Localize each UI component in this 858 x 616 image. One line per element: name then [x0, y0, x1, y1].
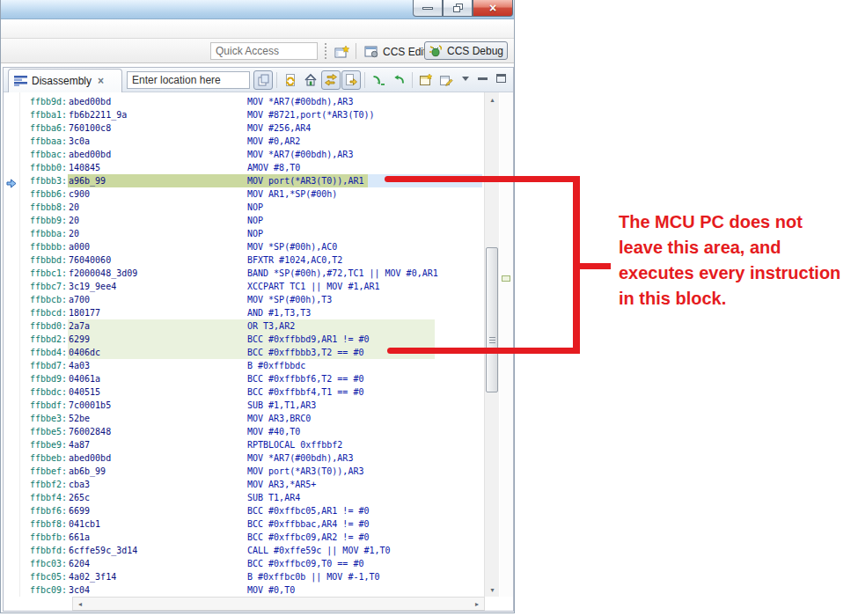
row-opcode: 265c	[69, 491, 90, 504]
row-instruction: BCC #0xffbbf4,T1 == #0	[247, 385, 363, 399]
disasm-row[interactable]: ffbbe5:76002848MOV #40,T0	[4, 425, 484, 438]
view-minimize-icon[interactable]	[478, 77, 488, 80]
disassembly-content[interactable]: ffbb9d:abed00bdMOV *AR7(#00bdh),AR3ffbba…	[4, 92, 513, 597]
row-address: ffbc09:	[30, 583, 67, 597]
row-opcode: 041cb1	[69, 517, 100, 531]
disasm-row[interactable]: ffbb9d:abed00bdMOV *AR7(#00bdh),AR3	[4, 95, 484, 108]
row-address: ffbbdc:	[30, 385, 67, 399]
ccs-debug-icon	[429, 44, 444, 57]
home-button[interactable]	[301, 70, 320, 90]
scroll-up-icon[interactable]: ▴	[485, 92, 500, 106]
disasm-row[interactable]: ffbbfb:661aBCC #0xffbc09,AR2 != #0	[4, 531, 484, 544]
scroll-right-icon[interactable]: ▸	[471, 598, 483, 610]
row-instruction: BCC #0xffbc05,AR1 != #0	[247, 504, 369, 517]
disasm-row[interactable]: ffbbd9:04061aBCC #0xffbbf6,T2 == #0	[4, 372, 484, 385]
disasm-row[interactable]: ffbba6:760100c8MOV #256,AR4	[4, 121, 484, 135]
disasm-row[interactable]: ffbbd2:6299BCC #0xffbbd9,AR1 != #0	[4, 333, 484, 346]
disasm-row[interactable]: ffbbd0:2a7aOR T3,AR2	[4, 319, 484, 333]
disasm-row[interactable]: ffbbbb:a000MOV *SP(#00h),AC0	[4, 240, 484, 253]
row-address: ffbbef:	[30, 465, 67, 478]
disasm-row[interactable]: ffbbb8:20NOP	[4, 201, 484, 214]
row-instruction: XCCPART TC1 || MOV #1,AR1	[247, 280, 380, 293]
disasm-row[interactable]: ffbc09:3c04MOV #0,T0	[4, 583, 484, 597]
tab-close-icon[interactable]: ×	[98, 75, 104, 87]
horizontal-scrollbar[interactable]: ◂ ▸	[72, 597, 485, 611]
disasm-row[interactable]: ffbbdf:7c0001b5SUB #1,T1,AR3	[4, 399, 484, 412]
location-input[interactable]	[127, 71, 250, 89]
step-into-button[interactable]	[369, 70, 388, 90]
disasm-row[interactable]: ffbbef:ab6b_99MOV port(*AR3(T0)),AR3	[4, 465, 484, 478]
view-maximize-icon[interactable]	[496, 74, 506, 83]
row-opcode: 760100c8	[69, 121, 111, 135]
minimize-button[interactable]	[413, 0, 443, 17]
overview-marker[interactable]	[502, 275, 510, 282]
disasm-row[interactable]: ffbbe3:52beMOV AR3,BRC0	[4, 412, 484, 425]
disasm-row[interactable]: ffbbba:20NOP	[4, 227, 484, 240]
row-opcode: 3c0a	[69, 135, 90, 148]
row-address: ffbba6:	[30, 121, 67, 135]
follow-pc-button[interactable]	[341, 70, 361, 90]
disasm-row[interactable]: ffbbe9:4a87RPTBLOCAL 0xffbbf2	[4, 438, 484, 451]
step-return-button[interactable]	[389, 70, 408, 90]
quick-access-input[interactable]	[210, 42, 318, 60]
perspective-ccs-edit[interactable]: CCS Edit	[361, 42, 429, 61]
disasm-row[interactable]: ffbbc7:3c19_9ee4XCCPART TC1 || MOV #1,AR…	[4, 280, 484, 293]
disasm-row[interactable]: ffbbf6:6699BCC #0xffbc05,AR1 != #0	[4, 504, 484, 517]
disasm-row[interactable]: ffbbcb:a700MOV *SP(#00h),T3	[4, 293, 484, 306]
view-menu-icon[interactable]	[462, 77, 469, 81]
row-address: ffbbf6:	[30, 504, 67, 517]
disasm-row[interactable]: ffbbd7:4a03B #0xffbbdc	[4, 359, 484, 372]
row-opcode: 140845	[69, 161, 100, 174]
disasm-row[interactable]: ffbba1:fb6b2211_9aMOV #8721,port(*AR3(T0…	[4, 108, 484, 121]
row-opcode: 6699	[69, 504, 90, 517]
close-icon: ×	[489, 2, 496, 14]
scroll-down-icon[interactable]: ▾	[485, 583, 500, 597]
perspective-ccs-debug[interactable]: CCS Debug	[424, 41, 508, 60]
row-opcode: 3c19_9ee4	[69, 280, 116, 293]
row-address: ffbc03:	[30, 557, 67, 570]
disasm-row[interactable]: ffbbdc:040515BCC #0xffbbf4,T1 == #0	[4, 385, 484, 399]
toolbar-drag-handle[interactable]	[325, 43, 326, 59]
overview-ruler[interactable]	[500, 92, 513, 597]
row-instruction: B #0xffbbdc	[247, 359, 305, 372]
disasm-row[interactable]: ffbbb9:20NOP	[4, 214, 484, 227]
pin-view-icon	[439, 73, 453, 87]
disasm-row[interactable]: ffbbb0:140845AMOV #8,T0	[4, 161, 484, 174]
row-address: ffbbaa:	[30, 135, 67, 148]
disasm-row[interactable]: ffbbf2:cba3MOV AR3,*AR5+	[4, 478, 484, 491]
restore-button[interactable]	[443, 0, 473, 17]
scroll-left-icon[interactable]: ◂	[74, 598, 86, 610]
row-instruction: MOV port(*AR3(T0)),AR1	[247, 174, 363, 187]
row-address: ffbb9d:	[30, 95, 67, 108]
disasm-row[interactable]: ffbbb6:c900MOV AR1,*SP(#00h)	[4, 187, 484, 201]
disasm-row[interactable]: ffbbeb:abed00bdMOV *AR7(#00bdh),AR3	[4, 451, 484, 465]
link-context-button[interactable]	[321, 70, 341, 90]
row-opcode: 7c0001b5	[69, 399, 111, 412]
tab-disassembly[interactable]: Disassembly ×	[8, 69, 122, 92]
disasm-row[interactable]: ffbbf4:265cSUB T1,AR4	[4, 491, 484, 504]
row-address: ffbbf4:	[30, 491, 67, 504]
disasm-row[interactable]: ffbbac:abed00bdMOV *AR7(#00bdh),AR3	[4, 148, 484, 161]
row-address: ffbbbb:	[30, 240, 67, 253]
row-address: ffbbfd:	[30, 544, 67, 557]
row-opcode: f2000048_3d09	[69, 267, 137, 280]
disasm-row[interactable]: ffbbf8:041cb1BCC #0xffbbac,AR4 != #0	[4, 517, 484, 531]
refresh-button[interactable]	[281, 70, 300, 90]
disasm-row[interactable]: ffbbcd:180177AND #1,T3,T3	[4, 306, 484, 319]
pc-arrow-icon	[6, 176, 17, 192]
disasm-row[interactable]: ffbc03:6204BCC #0xffbc09,T0 == #0	[4, 557, 484, 570]
new-view-button[interactable]	[416, 70, 436, 90]
close-button[interactable]: ×	[473, 0, 513, 17]
vertical-scrollbar[interactable]: ▴ ▾	[484, 92, 499, 597]
open-perspective-button[interactable]	[331, 42, 354, 61]
vertical-scrollbar-thumb[interactable]	[486, 247, 498, 392]
disasm-row[interactable]: ffbc05:4a02_3f14B #0xffbc0b || MOV #-1,T…	[4, 570, 484, 583]
window-titlebar[interactable]: ×	[1, 0, 514, 19]
disasm-row[interactable]: ffbbc1:f2000048_3d09BAND *SP(#00h),#72,T…	[4, 267, 484, 280]
disasm-row[interactable]: ffbbbd:76040060BFXTR #1024,AC0,T2	[4, 253, 484, 267]
show-source-button[interactable]	[253, 70, 273, 90]
disasm-row[interactable]: ffbbfd:6cffe59c_3d14CALL #0xffe59c || MO…	[4, 544, 484, 557]
pin-view-button[interactable]	[436, 70, 456, 90]
row-address: ffbbcd:	[30, 306, 67, 319]
disasm-row[interactable]: ffbbaa:3c0aMOV #0,AR2	[4, 135, 484, 148]
